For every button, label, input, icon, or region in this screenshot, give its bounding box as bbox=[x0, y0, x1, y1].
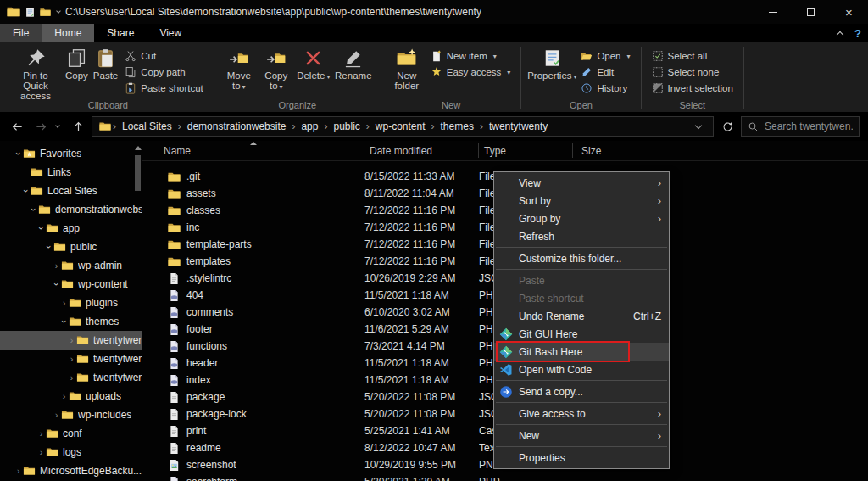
breadcrumb-item-public[interactable]: public bbox=[327, 120, 365, 132]
menu-item-customize-this-folder[interactable]: Customize this folder... bbox=[494, 249, 669, 267]
column-header-size[interactable]: Size bbox=[573, 143, 632, 158]
chevron-collapsed-icon[interactable] bbox=[52, 410, 61, 420]
tab-file[interactable]: File bbox=[0, 24, 42, 42]
breadcrumb-item-local-sites[interactable]: Local Sites bbox=[116, 120, 178, 132]
sidebar-item-wp-admin[interactable]: wp-admin bbox=[0, 256, 142, 275]
forward-button[interactable] bbox=[31, 116, 51, 137]
sidebar-item-app[interactable]: app bbox=[0, 219, 142, 238]
chevron-expanded-icon[interactable] bbox=[29, 204, 38, 215]
rename-button[interactable]: Rename bbox=[332, 46, 375, 83]
pin-to-quick-access-button[interactable]: Pin to Quick access bbox=[8, 46, 63, 103]
sidebar-item-twentytwen[interactable]: twentytwen... bbox=[0, 368, 142, 387]
history-button[interactable]: History bbox=[576, 81, 634, 96]
chevron-collapsed-icon[interactable] bbox=[14, 466, 23, 476]
breadcrumb[interactable]: ›Local Sites›demonstrationwebsite›app›pu… bbox=[92, 116, 714, 137]
maximize-button[interactable] bbox=[792, 0, 830, 24]
sidebar-item-demonstrationwebs[interactable]: demonstrationwebs... bbox=[0, 200, 142, 219]
sidebar-item-themes[interactable]: themes bbox=[0, 312, 142, 331]
invert-selection-button[interactable]: Invert selection bbox=[648, 81, 737, 96]
chevron-expanded-icon[interactable] bbox=[59, 316, 69, 327]
menu-item-undo-rename[interactable]: Undo RenameCtrl+Z bbox=[494, 307, 669, 325]
chevron-collapsed-icon[interactable] bbox=[59, 298, 69, 308]
edit-button[interactable]: Edit bbox=[576, 64, 634, 80]
easy-access-button[interactable]: Easy access ▾ bbox=[426, 64, 515, 80]
recent-locations-dropdown-icon[interactable] bbox=[55, 123, 60, 128]
menu-item-open-with-code[interactable]: Open with Code bbox=[494, 361, 669, 378]
copy-path-button[interactable]: Copy path bbox=[120, 64, 208, 80]
tab-view[interactable]: View bbox=[147, 24, 194, 42]
cut-button[interactable]: Cut bbox=[120, 48, 208, 64]
sidebar-item-local-sites[interactable]: Local Sites bbox=[0, 182, 142, 200]
chevron-collapsed-icon[interactable] bbox=[36, 447, 46, 457]
back-button[interactable] bbox=[7, 116, 27, 137]
breadcrumb-item-demonstrationwebsite[interactable]: demonstrationwebsite bbox=[181, 120, 292, 132]
sidebar-item-public[interactable]: public bbox=[0, 238, 142, 256]
chevron-collapsed-icon[interactable] bbox=[52, 260, 61, 271]
menu-item-properties[interactable]: Properties bbox=[494, 449, 669, 467]
breadcrumb-item-themes[interactable]: themes bbox=[435, 120, 480, 132]
up-button[interactable] bbox=[68, 116, 88, 137]
address-dropdown-icon[interactable] bbox=[693, 120, 708, 132]
quick-access-folder-icon[interactable] bbox=[40, 7, 51, 18]
new-item-button[interactable]: New item ▾ bbox=[426, 48, 515, 64]
menu-item-give-access-to[interactable]: Give access to› bbox=[494, 405, 669, 422]
new-folder-button[interactable]: New folder bbox=[387, 46, 426, 93]
sidebar-item-twentytwen[interactable]: twentytwen... bbox=[0, 331, 142, 350]
menu-item-sort-by[interactable]: Sort by› bbox=[494, 192, 669, 210]
sidebar-item-plugins[interactable]: plugins bbox=[0, 294, 142, 312]
close-button[interactable]: × bbox=[830, 0, 868, 24]
chevron-collapsed-icon[interactable] bbox=[59, 391, 69, 401]
sidebar-item-links[interactable]: Links bbox=[0, 163, 142, 182]
column-header-type[interactable]: Type bbox=[479, 143, 573, 158]
select-all-button[interactable]: Select all bbox=[648, 48, 737, 64]
scroll-up-icon[interactable] bbox=[135, 146, 142, 150]
chevron-collapsed-icon[interactable] bbox=[36, 428, 46, 439]
menu-item-git-gui-here[interactable]: Git GUI Here bbox=[494, 325, 669, 343]
breadcrumb-item-twentytwenty[interactable]: twentytwenty bbox=[483, 120, 554, 132]
menu-item-view[interactable]: View› bbox=[494, 174, 669, 192]
chevron-expanded-icon[interactable] bbox=[52, 279, 61, 289]
delete-button[interactable]: Delete▾ bbox=[295, 46, 332, 85]
column-header-name[interactable]: Name bbox=[142, 143, 364, 158]
menu-item-refresh[interactable]: Refresh bbox=[494, 227, 669, 245]
search-box[interactable]: Search twentytwen... bbox=[741, 116, 860, 137]
sidebar-item-favorites[interactable]: Favorites bbox=[0, 144, 142, 163]
breadcrumb-item-app[interactable]: app bbox=[295, 120, 324, 132]
quick-access-toolbar-icon[interactable] bbox=[25, 7, 36, 18]
refresh-button[interactable] bbox=[717, 116, 737, 137]
help-icon[interactable]: ? bbox=[854, 27, 861, 40]
move-to-button[interactable]: Move to▾ bbox=[220, 46, 258, 95]
paste-shortcut-button[interactable]: Paste shortcut bbox=[120, 81, 208, 96]
minimize-ribbon-icon[interactable] bbox=[837, 31, 843, 38]
menu-item-git-bash-here[interactable]: Git Bash Here bbox=[494, 343, 669, 361]
copy-button[interactable]: Copy bbox=[63, 46, 91, 83]
copy-to-button[interactable]: Copy to▾ bbox=[258, 46, 295, 95]
sidebar-item-wp-includes[interactable]: wp-includes bbox=[0, 405, 142, 424]
chevron-expanded-icon[interactable] bbox=[14, 148, 23, 159]
column-header-date-modified[interactable]: Date modified bbox=[364, 143, 479, 158]
tab-home[interactable]: Home bbox=[42, 24, 94, 42]
menu-item-send-a-copy[interactable]: Send a copy... bbox=[494, 383, 669, 400]
select-none-button[interactable]: Select none bbox=[648, 64, 737, 80]
chevron-expanded-icon[interactable] bbox=[21, 186, 31, 196]
tab-share[interactable]: Share bbox=[94, 24, 147, 42]
paste-button[interactable]: Paste bbox=[91, 46, 120, 83]
sidebar-item-logs[interactable]: logs bbox=[0, 443, 142, 461]
chevron-collapsed-icon[interactable] bbox=[67, 372, 76, 383]
scrollbar-thumb[interactable] bbox=[135, 155, 141, 191]
chevron-expanded-icon[interactable] bbox=[44, 242, 53, 252]
sidebar-scrollbar[interactable] bbox=[135, 144, 142, 481]
chevron-expanded-icon[interactable] bbox=[36, 223, 46, 233]
open-button[interactable]: Open ▾ bbox=[576, 48, 634, 64]
quick-access-dropdown-icon[interactable] bbox=[56, 8, 61, 14]
chevron-collapsed-icon[interactable] bbox=[67, 335, 76, 345]
sidebar-item-conf[interactable]: conf bbox=[0, 424, 142, 443]
properties-button[interactable]: Properties▾ bbox=[527, 46, 576, 85]
menu-item-group-by[interactable]: Group by› bbox=[494, 210, 669, 227]
minimize-button[interactable] bbox=[754, 0, 792, 24]
file-row-searchform[interactable]: searchform5/20/2021 1:20 AMPHP bbox=[142, 473, 868, 481]
sidebar-item-uploads[interactable]: uploads bbox=[0, 387, 142, 405]
sidebar-item-twentytwen[interactable]: twentytwen... bbox=[0, 350, 142, 368]
sidebar-item-microsoftedgebacku[interactable]: MicrosoftEdgeBacku... bbox=[0, 461, 142, 480]
breadcrumb-item-wp-content[interactable]: wp-content bbox=[370, 120, 431, 132]
